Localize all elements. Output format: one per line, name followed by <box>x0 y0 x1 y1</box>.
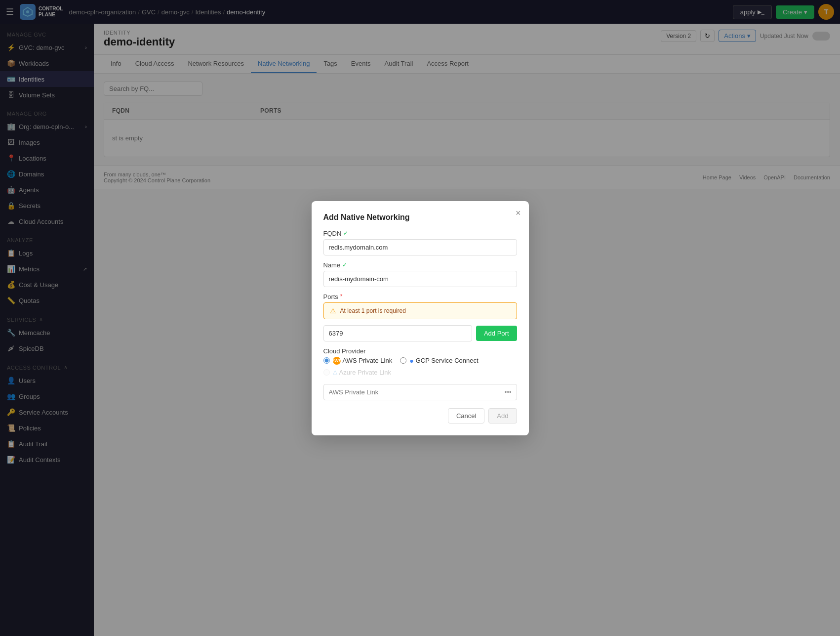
name-label: Name ✓ <box>323 261 517 269</box>
ports-warning: ⚠ At least 1 port is required <box>323 302 517 319</box>
fqdn-label: FQDN ✓ <box>323 230 517 237</box>
name-input[interactable] <box>323 271 517 287</box>
warning-icon: ⚠ <box>330 307 336 315</box>
azure-radio-group: △ Azure Private Link <box>323 369 517 376</box>
add-button[interactable]: Add <box>488 408 517 424</box>
aws-radio-item[interactable]: AWS AWS Private Link <box>323 357 393 365</box>
provider-input[interactable] <box>329 388 505 396</box>
cloud-provider-radio-group: AWS AWS Private Link ● GCP Service Conne… <box>323 357 517 365</box>
gcp-radio-item[interactable]: ● GCP Service Connect <box>400 357 478 365</box>
add-native-networking-modal: Add Native Networking × FQDN ✓ Name ✓ Po… <box>312 201 529 435</box>
fqdn-check-icon: ✓ <box>343 230 348 237</box>
azure-radio <box>323 369 330 376</box>
azure-icon: △ <box>333 369 337 376</box>
provider-input-row: ••• <box>323 384 517 400</box>
modal-close-button[interactable]: × <box>516 208 521 218</box>
aws-radio[interactable] <box>323 357 330 364</box>
name-check-icon: ✓ <box>342 261 347 268</box>
add-port-button[interactable]: Add Port <box>476 326 517 341</box>
gcp-icon: ● <box>409 357 413 365</box>
gcp-radio[interactable] <box>400 357 406 364</box>
cloud-provider-label: Cloud Provider <box>323 347 517 355</box>
port-input[interactable] <box>323 325 472 341</box>
cancel-button[interactable]: Cancel <box>448 408 484 424</box>
modal-overlay: Add Native Networking × FQDN ✓ Name ✓ Po… <box>0 0 840 636</box>
port-row: Add Port <box>323 325 517 341</box>
azure-radio-item[interactable]: △ Azure Private Link <box>323 369 392 376</box>
modal-footer: Cancel Add <box>323 408 517 424</box>
ports-required-icon: * <box>340 293 343 300</box>
more-options-icon[interactable]: ••• <box>505 388 512 396</box>
modal-title: Add Native Networking <box>323 213 517 222</box>
ports-label: Ports * <box>323 293 517 300</box>
aws-icon: AWS <box>333 357 341 365</box>
fqdn-input[interactable] <box>323 239 517 255</box>
cloud-provider-section: Cloud Provider AWS AWS Private Link ● GC… <box>323 347 517 376</box>
